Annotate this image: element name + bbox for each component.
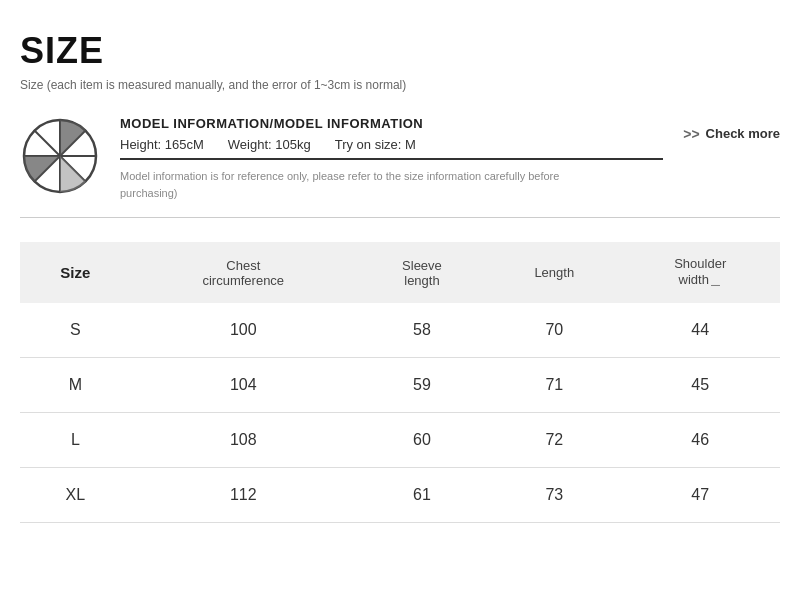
table-header-row: Size Chestcircumference Sleevelength Len… (20, 242, 780, 303)
cell-sleeve: 61 (356, 468, 488, 523)
cell-size: S (20, 303, 131, 358)
size-table-container: Size Chestcircumference Sleevelength Len… (20, 242, 780, 523)
cell-sleeve: 60 (356, 413, 488, 468)
size-table: Size Chestcircumference Sleevelength Len… (20, 242, 780, 523)
page-title: SIZE (20, 30, 780, 72)
cell-size: L (20, 413, 131, 468)
cell-chest: 112 (131, 468, 356, 523)
table-row: S 100 58 70 44 (20, 303, 780, 358)
model-info-title: MODEL INFORMATION/MODEL INFORMATION (120, 116, 663, 131)
header-sleeve: Sleevelength (356, 242, 488, 303)
model-info: MODEL INFORMATION/MODEL INFORMATION Heig… (120, 116, 663, 201)
model-section: MODEL INFORMATION/MODEL INFORMATION Heig… (20, 116, 780, 218)
cell-shoulder: 45 (620, 358, 780, 413)
table-row: M 104 59 71 45 (20, 358, 780, 413)
model-stats: Height: 165cM Weight: 105kg Try on size:… (120, 137, 663, 160)
cell-length: 71 (488, 358, 620, 413)
cell-shoulder: 47 (620, 468, 780, 523)
check-more-area[interactable]: >> Check more (683, 126, 780, 143)
model-weight: Weight: 105kg (228, 137, 311, 152)
cell-shoulder: 44 (620, 303, 780, 358)
cell-chest: 104 (131, 358, 356, 413)
cell-size: M (20, 358, 131, 413)
model-note: Model information is for reference only,… (120, 168, 600, 201)
table-row: L 108 60 72 46 (20, 413, 780, 468)
model-height: Height: 165cM (120, 137, 204, 152)
cell-sleeve: 58 (356, 303, 488, 358)
model-logo (20, 116, 100, 200)
cell-length: 72 (488, 413, 620, 468)
cell-length: 73 (488, 468, 620, 523)
header-shoulder: Shoulderwidth＿ (620, 242, 780, 303)
cell-chest: 108 (131, 413, 356, 468)
header-length: Length (488, 242, 620, 303)
model-try-on: Try on size: M (335, 137, 416, 152)
header-size: Size (20, 242, 131, 303)
page-subtitle: Size (each item is measured manually, an… (20, 78, 780, 92)
header-chest: Chestcircumference (131, 242, 356, 303)
cell-chest: 100 (131, 303, 356, 358)
table-row: XL 112 61 73 47 (20, 468, 780, 523)
cell-length: 70 (488, 303, 620, 358)
cell-shoulder: 46 (620, 413, 780, 468)
cell-size: XL (20, 468, 131, 523)
check-more-button[interactable]: Check more (706, 126, 780, 143)
cell-sleeve: 59 (356, 358, 488, 413)
chevron-icon: >> (683, 126, 699, 142)
